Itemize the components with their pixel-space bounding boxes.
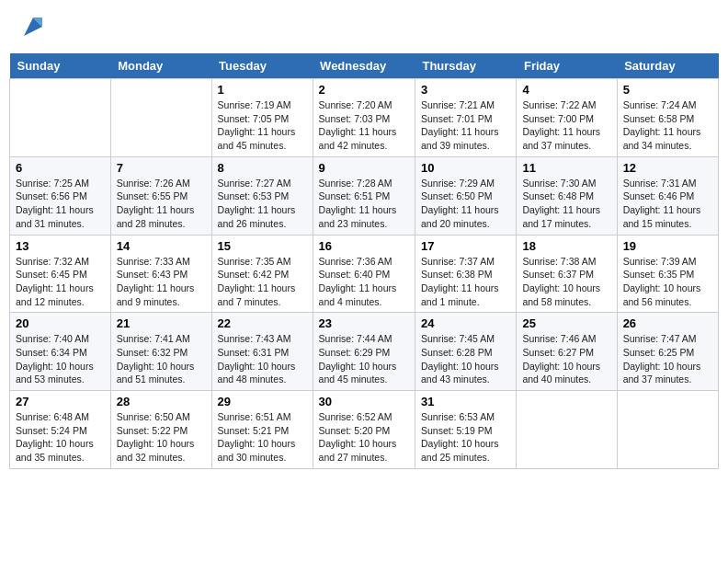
calendar-cell: 28Sunrise: 6:50 AM Sunset: 5:22 PM Dayli…: [110, 391, 211, 469]
day-number: 10: [421, 161, 510, 175]
day-info: Sunrise: 7:31 AM Sunset: 6:46 PM Dayligh…: [623, 177, 712, 231]
day-number: 13: [16, 239, 105, 253]
day-info: Sunrise: 7:35 AM Sunset: 6:42 PM Dayligh…: [218, 255, 307, 309]
day-number: 3: [421, 83, 510, 97]
calendar-cell: [10, 79, 111, 157]
logo: [18, 14, 46, 40]
calendar-header-row: SundayMondayTuesdayWednesdayThursdayFrid…: [10, 53, 719, 79]
calendar-cell: 20Sunrise: 7:40 AM Sunset: 6:34 PM Dayli…: [10, 313, 111, 391]
day-info: Sunrise: 7:27 AM Sunset: 6:53 PM Dayligh…: [218, 177, 307, 231]
calendar-week-row: 27Sunrise: 6:48 AM Sunset: 5:24 PM Dayli…: [10, 391, 719, 469]
logo-icon: [20, 14, 46, 40]
day-info: Sunrise: 7:45 AM Sunset: 6:28 PM Dayligh…: [421, 332, 510, 386]
calendar-cell: 24Sunrise: 7:45 AM Sunset: 6:28 PM Dayli…: [415, 313, 516, 391]
calendar-cell: [517, 391, 617, 469]
calendar-cell: 11Sunrise: 7:30 AM Sunset: 6:48 PM Dayli…: [517, 156, 617, 235]
day-number: 27: [16, 395, 105, 408]
day-info: Sunrise: 7:32 AM Sunset: 6:45 PM Dayligh…: [16, 255, 105, 309]
weekday-header-thursday: Thursday: [415, 53, 516, 79]
calendar-cell: 12Sunrise: 7:31 AM Sunset: 6:46 PM Dayli…: [617, 156, 718, 235]
calendar-cell: 31Sunrise: 6:53 AM Sunset: 5:19 PM Dayli…: [415, 391, 516, 469]
day-number: 6: [16, 161, 105, 175]
calendar-cell: 7Sunrise: 7:26 AM Sunset: 6:55 PM Daylig…: [110, 156, 211, 235]
day-number: 23: [319, 316, 409, 330]
day-info: Sunrise: 7:38 AM Sunset: 6:37 PM Dayligh…: [522, 255, 610, 309]
day-info: Sunrise: 6:48 AM Sunset: 5:24 PM Dayligh…: [16, 410, 105, 465]
calendar-cell: 21Sunrise: 7:41 AM Sunset: 6:32 PM Dayli…: [110, 313, 211, 391]
day-info: Sunrise: 7:47 AM Sunset: 6:25 PM Dayligh…: [623, 332, 712, 386]
weekday-header-sunday: Sunday: [10, 53, 111, 79]
calendar-cell: 27Sunrise: 6:48 AM Sunset: 5:24 PM Dayli…: [10, 391, 111, 469]
day-number: 18: [522, 239, 610, 253]
day-number: 8: [218, 161, 307, 175]
calendar-cell: 4Sunrise: 7:22 AM Sunset: 7:00 PM Daylig…: [517, 79, 617, 157]
day-number: 29: [218, 395, 307, 408]
calendar-body: 1Sunrise: 7:19 AM Sunset: 7:05 PM Daylig…: [10, 79, 719, 469]
calendar-cell: 15Sunrise: 7:35 AM Sunset: 6:42 PM Dayli…: [211, 235, 313, 313]
day-info: Sunrise: 7:19 AM Sunset: 7:05 PM Dayligh…: [218, 98, 307, 153]
calendar-cell: 22Sunrise: 7:43 AM Sunset: 6:31 PM Dayli…: [211, 313, 313, 391]
day-number: 19: [623, 239, 712, 253]
calendar-cell: [110, 79, 211, 157]
calendar-cell: 14Sunrise: 7:33 AM Sunset: 6:43 PM Dayli…: [110, 235, 211, 313]
day-info: Sunrise: 7:30 AM Sunset: 6:48 PM Dayligh…: [522, 177, 610, 231]
day-info: Sunrise: 7:26 AM Sunset: 6:55 PM Dayligh…: [117, 177, 206, 231]
weekday-header-wednesday: Wednesday: [313, 53, 415, 79]
day-number: 25: [522, 316, 610, 330]
day-number: 9: [319, 161, 409, 175]
calendar-cell: 5Sunrise: 7:24 AM Sunset: 6:58 PM Daylig…: [617, 79, 718, 157]
calendar-cell: 2Sunrise: 7:20 AM Sunset: 7:03 PM Daylig…: [313, 79, 415, 157]
day-info: Sunrise: 7:46 AM Sunset: 6:27 PM Dayligh…: [522, 332, 610, 386]
calendar-week-row: 1Sunrise: 7:19 AM Sunset: 7:05 PM Daylig…: [10, 79, 719, 157]
calendar-week-row: 6Sunrise: 7:25 AM Sunset: 6:56 PM Daylig…: [10, 156, 719, 235]
day-number: 20: [16, 316, 105, 330]
weekday-header-monday: Monday: [110, 53, 211, 79]
day-number: 4: [522, 83, 610, 97]
day-info: Sunrise: 6:53 AM Sunset: 5:19 PM Dayligh…: [421, 410, 510, 465]
day-number: 17: [421, 239, 510, 253]
calendar-cell: 23Sunrise: 7:44 AM Sunset: 6:29 PM Dayli…: [313, 313, 415, 391]
calendar-cell: 3Sunrise: 7:21 AM Sunset: 7:01 PM Daylig…: [415, 79, 516, 157]
calendar-cell: 13Sunrise: 7:32 AM Sunset: 6:45 PM Dayli…: [10, 235, 111, 313]
day-info: Sunrise: 7:20 AM Sunset: 7:03 PM Dayligh…: [319, 98, 409, 153]
day-info: Sunrise: 7:25 AM Sunset: 6:56 PM Dayligh…: [16, 177, 105, 231]
page-header: [9, 9, 719, 44]
day-info: Sunrise: 7:40 AM Sunset: 6:34 PM Dayligh…: [16, 332, 105, 386]
calendar-cell: 16Sunrise: 7:36 AM Sunset: 6:40 PM Dayli…: [313, 235, 415, 313]
calendar-cell: 17Sunrise: 7:37 AM Sunset: 6:38 PM Dayli…: [415, 235, 516, 313]
day-info: Sunrise: 7:37 AM Sunset: 6:38 PM Dayligh…: [421, 255, 510, 309]
day-info: Sunrise: 7:24 AM Sunset: 6:58 PM Dayligh…: [623, 98, 712, 153]
calendar-cell: 6Sunrise: 7:25 AM Sunset: 6:56 PM Daylig…: [10, 156, 111, 235]
calendar-cell: 30Sunrise: 6:52 AM Sunset: 5:20 PM Dayli…: [313, 391, 415, 469]
day-number: 11: [522, 161, 610, 175]
day-number: 5: [623, 83, 712, 97]
calendar-cell: 25Sunrise: 7:46 AM Sunset: 6:27 PM Dayli…: [517, 313, 617, 391]
calendar-cell: 1Sunrise: 7:19 AM Sunset: 7:05 PM Daylig…: [211, 79, 313, 157]
calendar-cell: 19Sunrise: 7:39 AM Sunset: 6:35 PM Dayli…: [617, 235, 718, 313]
day-number: 2: [319, 83, 409, 97]
day-number: 28: [117, 395, 206, 408]
day-info: Sunrise: 6:50 AM Sunset: 5:22 PM Dayligh…: [117, 410, 206, 465]
day-number: 14: [117, 239, 206, 253]
day-number: 26: [623, 316, 712, 330]
calendar-cell: 18Sunrise: 7:38 AM Sunset: 6:37 PM Dayli…: [517, 235, 617, 313]
weekday-header-friday: Friday: [517, 53, 617, 79]
day-info: Sunrise: 7:36 AM Sunset: 6:40 PM Dayligh…: [319, 255, 409, 309]
day-number: 1: [218, 83, 307, 97]
day-number: 15: [218, 239, 307, 253]
day-number: 30: [319, 395, 409, 408]
calendar-week-row: 20Sunrise: 7:40 AM Sunset: 6:34 PM Dayli…: [10, 313, 719, 391]
day-info: Sunrise: 7:21 AM Sunset: 7:01 PM Dayligh…: [421, 98, 510, 153]
day-number: 24: [421, 316, 510, 330]
day-info: Sunrise: 7:43 AM Sunset: 6:31 PM Dayligh…: [218, 332, 307, 386]
calendar-cell: 9Sunrise: 7:28 AM Sunset: 6:51 PM Daylig…: [313, 156, 415, 235]
day-info: Sunrise: 7:29 AM Sunset: 6:50 PM Dayligh…: [421, 177, 510, 231]
day-number: 16: [319, 239, 409, 253]
day-info: Sunrise: 7:44 AM Sunset: 6:29 PM Dayligh…: [319, 332, 409, 386]
day-info: Sunrise: 7:28 AM Sunset: 6:51 PM Dayligh…: [319, 177, 409, 231]
day-info: Sunrise: 6:52 AM Sunset: 5:20 PM Dayligh…: [319, 410, 409, 465]
day-number: 31: [421, 395, 510, 408]
day-number: 22: [218, 316, 307, 330]
day-info: Sunrise: 7:41 AM Sunset: 6:32 PM Dayligh…: [117, 332, 206, 386]
day-info: Sunrise: 6:51 AM Sunset: 5:21 PM Dayligh…: [218, 410, 307, 465]
